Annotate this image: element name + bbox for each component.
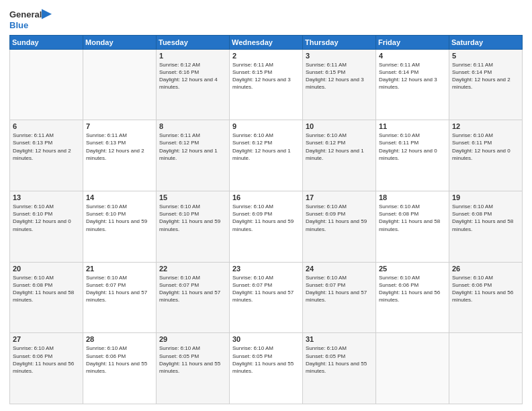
- day-info: Sunrise: 6:10 AMSunset: 6:05 PMDaylight:…: [159, 345, 226, 375]
- day-number: 11: [379, 122, 446, 130]
- day-cell: 6Sunrise: 6:11 AMSunset: 6:13 PMDaylight…: [10, 120, 83, 191]
- day-info: Sunrise: 6:10 AMSunset: 6:07 PMDaylight:…: [159, 274, 226, 304]
- day-number: 1: [159, 52, 226, 60]
- day-cell: [10, 49, 83, 120]
- day-cell: [449, 333, 523, 404]
- day-cell: 20Sunrise: 6:10 AMSunset: 6:08 PMDayligh…: [10, 262, 83, 333]
- day-info: Sunrise: 6:10 AMSunset: 6:08 PMDaylight:…: [13, 274, 80, 304]
- day-cell: 2Sunrise: 6:11 AMSunset: 6:15 PMDaylight…: [230, 49, 303, 120]
- day-cell: 24Sunrise: 6:10 AMSunset: 6:07 PMDayligh…: [303, 262, 376, 333]
- day-info: Sunrise: 6:10 AMSunset: 6:09 PMDaylight:…: [306, 203, 373, 233]
- day-number: 24: [306, 265, 373, 273]
- day-cell: 9Sunrise: 6:10 AMSunset: 6:12 PMDaylight…: [230, 120, 303, 191]
- day-info: Sunrise: 6:11 AMSunset: 6:15 PMDaylight:…: [306, 61, 373, 91]
- day-number: 27: [13, 335, 80, 343]
- col-header-friday: Friday: [376, 35, 449, 49]
- day-number: 14: [86, 193, 153, 201]
- col-header-thursday: Thursday: [303, 35, 376, 49]
- day-cell: 8Sunrise: 6:11 AMSunset: 6:12 PMDaylight…: [157, 120, 230, 191]
- day-number: 6: [13, 122, 80, 130]
- day-number: 18: [379, 193, 446, 201]
- day-info: Sunrise: 6:10 AMSunset: 6:07 PMDaylight:…: [306, 274, 373, 304]
- day-info: Sunrise: 6:10 AMSunset: 6:08 PMDaylight:…: [452, 203, 519, 233]
- calendar-header-row: SundayMondayTuesdayWednesdayThursdayFrid…: [10, 35, 523, 49]
- day-number: 30: [232, 335, 300, 343]
- day-info: Sunrise: 6:11 AMSunset: 6:14 PMDaylight:…: [452, 61, 519, 91]
- day-cell: 11Sunrise: 6:10 AMSunset: 6:11 PMDayligh…: [376, 120, 449, 191]
- col-header-monday: Monday: [83, 35, 157, 49]
- day-cell: 13Sunrise: 6:10 AMSunset: 6:10 PMDayligh…: [10, 191, 83, 262]
- day-cell: 16Sunrise: 6:10 AMSunset: 6:09 PMDayligh…: [230, 191, 303, 262]
- day-info: Sunrise: 6:10 AMSunset: 6:06 PMDaylight:…: [452, 274, 519, 304]
- day-number: 28: [86, 335, 153, 343]
- day-cell: 15Sunrise: 6:10 AMSunset: 6:10 PMDayligh…: [157, 191, 230, 262]
- day-cell: 29Sunrise: 6:10 AMSunset: 6:05 PMDayligh…: [157, 333, 230, 404]
- logo-triangle: ▶: [42, 7, 51, 20]
- day-info: Sunrise: 6:11 AMSunset: 6:12 PMDaylight:…: [159, 132, 226, 162]
- week-row-2: 6Sunrise: 6:11 AMSunset: 6:13 PMDaylight…: [10, 120, 523, 191]
- day-number: 20: [13, 265, 80, 273]
- day-info: Sunrise: 6:10 AMSunset: 6:05 PMDaylight:…: [232, 345, 300, 375]
- logo-blue: Blue: [9, 20, 28, 30]
- day-number: 12: [452, 122, 519, 130]
- day-cell: 1Sunrise: 6:12 AMSunset: 6:16 PMDaylight…: [157, 49, 230, 120]
- day-info: Sunrise: 6:10 AMSunset: 6:11 PMDaylight:…: [452, 132, 519, 162]
- day-info: Sunrise: 6:10 AMSunset: 6:06 PMDaylight:…: [13, 345, 80, 375]
- day-info: Sunrise: 6:10 AMSunset: 6:09 PMDaylight:…: [232, 203, 300, 233]
- day-cell: 27Sunrise: 6:10 AMSunset: 6:06 PMDayligh…: [10, 333, 83, 404]
- day-info: Sunrise: 6:10 AMSunset: 6:06 PMDaylight:…: [379, 274, 446, 304]
- week-row-3: 13Sunrise: 6:10 AMSunset: 6:10 PMDayligh…: [10, 191, 523, 262]
- logo: General▶ Blue: [9, 7, 51, 31]
- logo-general: General: [9, 9, 42, 19]
- day-info: Sunrise: 6:10 AMSunset: 6:07 PMDaylight:…: [86, 274, 153, 304]
- day-number: 31: [306, 335, 373, 343]
- day-cell: 22Sunrise: 6:10 AMSunset: 6:07 PMDayligh…: [157, 262, 230, 333]
- day-cell: 17Sunrise: 6:10 AMSunset: 6:09 PMDayligh…: [303, 191, 376, 262]
- day-info: Sunrise: 6:11 AMSunset: 6:14 PMDaylight:…: [379, 61, 446, 91]
- day-number: 2: [232, 52, 300, 60]
- day-cell: 12Sunrise: 6:10 AMSunset: 6:11 PMDayligh…: [449, 120, 523, 191]
- col-header-sunday: Sunday: [10, 35, 83, 49]
- day-info: Sunrise: 6:12 AMSunset: 6:16 PMDaylight:…: [159, 61, 226, 91]
- header: General▶ Blue: [9, 7, 523, 31]
- calendar-table: SundayMondayTuesdayWednesdayThursdayFrid…: [9, 35, 523, 404]
- day-cell: 28Sunrise: 6:10 AMSunset: 6:06 PMDayligh…: [83, 333, 157, 404]
- day-info: Sunrise: 6:10 AMSunset: 6:08 PMDaylight:…: [379, 203, 446, 233]
- day-number: 7: [86, 122, 153, 130]
- day-cell: 25Sunrise: 6:10 AMSunset: 6:06 PMDayligh…: [376, 262, 449, 333]
- day-cell: 3Sunrise: 6:11 AMSunset: 6:15 PMDaylight…: [303, 49, 376, 120]
- day-info: Sunrise: 6:11 AMSunset: 6:15 PMDaylight:…: [232, 61, 300, 91]
- day-info: Sunrise: 6:10 AMSunset: 6:07 PMDaylight:…: [232, 274, 300, 304]
- day-number: 19: [452, 193, 519, 201]
- day-info: Sunrise: 6:10 AMSunset: 6:10 PMDaylight:…: [159, 203, 226, 233]
- day-cell: 14Sunrise: 6:10 AMSunset: 6:10 PMDayligh…: [83, 191, 157, 262]
- day-info: Sunrise: 6:10 AMSunset: 6:10 PMDaylight:…: [13, 203, 80, 233]
- day-number: 23: [232, 265, 300, 273]
- day-info: Sunrise: 6:10 AMSunset: 6:12 PMDaylight:…: [232, 132, 300, 162]
- day-cell: 5Sunrise: 6:11 AMSunset: 6:14 PMDaylight…: [449, 49, 523, 120]
- day-cell: 21Sunrise: 6:10 AMSunset: 6:07 PMDayligh…: [83, 262, 157, 333]
- day-number: 10: [306, 122, 373, 130]
- col-header-wednesday: Wednesday: [230, 35, 303, 49]
- day-number: 26: [452, 265, 519, 273]
- day-info: Sunrise: 6:11 AMSunset: 6:13 PMDaylight:…: [86, 132, 153, 162]
- day-number: 17: [306, 193, 373, 201]
- day-number: 3: [306, 52, 373, 60]
- week-row-5: 27Sunrise: 6:10 AMSunset: 6:06 PMDayligh…: [10, 333, 523, 404]
- day-info: Sunrise: 6:10 AMSunset: 6:11 PMDaylight:…: [379, 132, 446, 162]
- day-number: 13: [13, 193, 80, 201]
- day-cell: 31Sunrise: 6:10 AMSunset: 6:05 PMDayligh…: [303, 333, 376, 404]
- day-info: Sunrise: 6:10 AMSunset: 6:05 PMDaylight:…: [306, 345, 373, 375]
- day-cell: 7Sunrise: 6:11 AMSunset: 6:13 PMDaylight…: [83, 120, 157, 191]
- day-cell: 30Sunrise: 6:10 AMSunset: 6:05 PMDayligh…: [230, 333, 303, 404]
- logo-text-block: General▶ Blue: [9, 7, 51, 31]
- day-number: 8: [159, 122, 226, 130]
- day-cell: [83, 49, 157, 120]
- day-cell: [376, 333, 449, 404]
- day-cell: 19Sunrise: 6:10 AMSunset: 6:08 PMDayligh…: [449, 191, 523, 262]
- week-row-1: 1Sunrise: 6:12 AMSunset: 6:16 PMDaylight…: [10, 49, 523, 120]
- day-cell: 18Sunrise: 6:10 AMSunset: 6:08 PMDayligh…: [376, 191, 449, 262]
- day-info: Sunrise: 6:10 AMSunset: 6:12 PMDaylight:…: [306, 132, 373, 162]
- col-header-saturday: Saturday: [449, 35, 523, 49]
- day-number: 15: [159, 193, 226, 201]
